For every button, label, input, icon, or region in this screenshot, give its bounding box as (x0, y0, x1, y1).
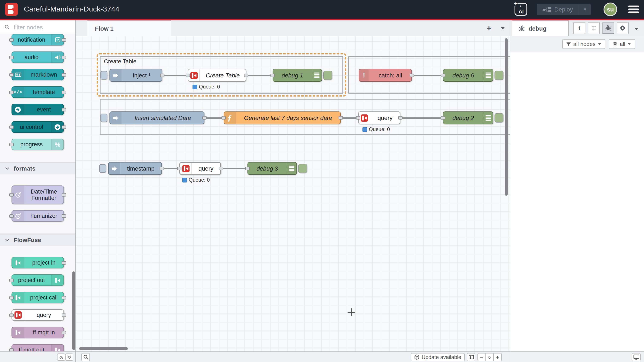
input-port[interactable] (441, 74, 445, 77)
minimap-toggle-button[interactable] (467, 353, 475, 361)
output-port[interactable] (410, 74, 414, 77)
node-label: Insert simulated Data (122, 112, 204, 124)
debug-sidebar-icon (312, 69, 322, 81)
tab-flow-1[interactable]: Flow 1 (87, 20, 171, 36)
add-flow-button[interactable]: + (483, 22, 495, 34)
open-in-window-button[interactable] (632, 353, 640, 361)
wire[interactable] (400, 117, 444, 119)
input-port[interactable] (441, 116, 445, 120)
palette-node-humanizer[interactable]: humanizer (12, 210, 64, 222)
node-generate-last-7-days-sensor-data[interactable]: ƒGenerate last 7 days sensor data (224, 111, 341, 124)
input-port[interactable] (270, 74, 275, 77)
palette-node-query[interactable]: query (12, 309, 64, 321)
palette-section-header-formats[interactable]: formats (0, 162, 76, 175)
node-query[interactable]: query (179, 162, 221, 175)
queue-fill-icon (362, 127, 367, 132)
palette-node-label: ui control (12, 124, 51, 130)
palette-node-project-out[interactable]: project out (12, 274, 64, 286)
canvas-horizontal-scrollbar[interactable] (79, 347, 128, 350)
canvas-search-button[interactable] (81, 353, 90, 361)
right-sidebar: debug i all nodes all (510, 20, 644, 362)
debug-toggle-button[interactable] (323, 71, 332, 80)
palette-scrollbar[interactable] (72, 271, 75, 350)
debug-clear-button[interactable]: all (609, 39, 635, 49)
node-catch-all[interactable]: !catch: all (359, 69, 412, 82)
palette-node-ff-mqtt-out[interactable]: ff mqtt out (12, 344, 64, 351)
palette-search[interactable] (0, 20, 76, 34)
palette-node-project-call[interactable]: project call (12, 292, 64, 303)
palette-collapse-all-button[interactable] (57, 354, 65, 361)
palette-node-ff-mqtt-in[interactable]: ff mqtt in (12, 327, 64, 338)
palette-node-label: project call (24, 294, 64, 301)
wire[interactable] (246, 75, 274, 76)
deploy-caret-icon[interactable]: ▼ (579, 3, 591, 15)
input-port[interactable] (177, 167, 182, 170)
sidebar-button-settings[interactable] (617, 22, 629, 34)
sidebar-button-debug[interactable] (602, 22, 614, 34)
palette-node-progress[interactable]: progress% (12, 139, 64, 150)
tab-debug[interactable]: debug (512, 20, 568, 36)
input-port (9, 143, 14, 146)
inject-trigger-button[interactable] (100, 114, 107, 122)
input-port[interactable] (186, 74, 190, 77)
palette-node-date-time-formatter[interactable]: Date/Time Formatter (12, 185, 64, 204)
palette-section-header-flowfuse[interactable]: FlowFuse (0, 233, 76, 246)
node-debug-6[interactable]: debug 6 (443, 69, 493, 82)
inject-arrow-icon (110, 112, 122, 124)
debug-filter-button[interactable]: all nodes (562, 39, 605, 49)
output-port[interactable] (202, 116, 206, 120)
input-port[interactable] (356, 116, 360, 120)
output-port[interactable] (338, 116, 343, 120)
output-port[interactable] (219, 167, 223, 170)
debug-toggle-button[interactable] (494, 113, 504, 123)
inject-trigger-button[interactable] (100, 71, 107, 80)
inject-trigger-button[interactable] (99, 164, 106, 173)
palette-node-project-in[interactable]: project in (12, 257, 64, 268)
palette-node-label: humanizer (24, 213, 64, 219)
palette-node-ui-control[interactable]: ui control (12, 121, 64, 133)
output-port[interactable] (160, 167, 164, 170)
output-port[interactable] (398, 116, 402, 120)
output-port[interactable] (244, 74, 248, 77)
wire[interactable] (162, 75, 189, 76)
node-insert-simulated-data[interactable]: Insert simulated Data (110, 111, 204, 124)
sidebar-button-help[interactable] (588, 22, 600, 34)
ai-assistant-button[interactable]: ✦ ✦ AI (515, 3, 528, 16)
update-available-button[interactable]: Update available (410, 353, 465, 361)
user-avatar[interactable]: su (604, 2, 617, 16)
palette-node-markdown[interactable]: markdown (12, 69, 64, 80)
output-port[interactable] (160, 74, 164, 77)
palette-node-template[interactable]: </>template (12, 86, 64, 98)
palette-node-notification[interactable]: notification (12, 34, 64, 45)
node-timestamp[interactable]: timestamp (108, 162, 162, 175)
palette-node-audio[interactable]: audio (12, 51, 64, 63)
zoom-reset-button[interactable]: ○ (486, 353, 494, 361)
trash-icon (612, 41, 618, 47)
input-port[interactable] (222, 116, 226, 120)
flow-list-caret-icon[interactable] (498, 22, 508, 34)
node-query[interactable]: query (358, 111, 400, 124)
palette-filter-input[interactable] (13, 23, 64, 31)
zoom-out-button[interactable]: − (478, 353, 486, 361)
node-create-table[interactable]: Create Table (188, 69, 246, 82)
palette-expand-all-button[interactable] (65, 354, 73, 361)
wire[interactable] (221, 168, 249, 169)
node-debug-3[interactable]: debug 3 (248, 162, 297, 175)
deploy-button[interactable]: Deploy ▼ (537, 3, 591, 15)
debug-toggle-button[interactable] (298, 164, 307, 173)
output-port (62, 38, 66, 41)
zoom-in-button[interactable]: + (494, 353, 502, 361)
input-port[interactable] (245, 167, 250, 170)
debug-toggle-button[interactable] (494, 71, 504, 80)
sidebar-button-info[interactable]: i (573, 22, 585, 34)
canvas-vertical-scrollbar[interactable] (505, 38, 508, 196)
wire[interactable] (412, 75, 444, 76)
node-debug-1[interactable]: debug 1 (272, 69, 322, 82)
flow-canvas[interactable]: Create Tableinject ¹Create Tabledebug 1!… (76, 36, 510, 351)
hamburger-menu-icon[interactable] (628, 5, 639, 13)
node-inject-[interactable]: inject ¹ (110, 69, 162, 82)
header-accent-line (0, 19, 644, 20)
sidebar-caret-icon[interactable] (634, 25, 639, 33)
palette-node-event[interactable]: event (12, 104, 64, 115)
node-debug-2[interactable]: debug 2 (443, 111, 493, 124)
